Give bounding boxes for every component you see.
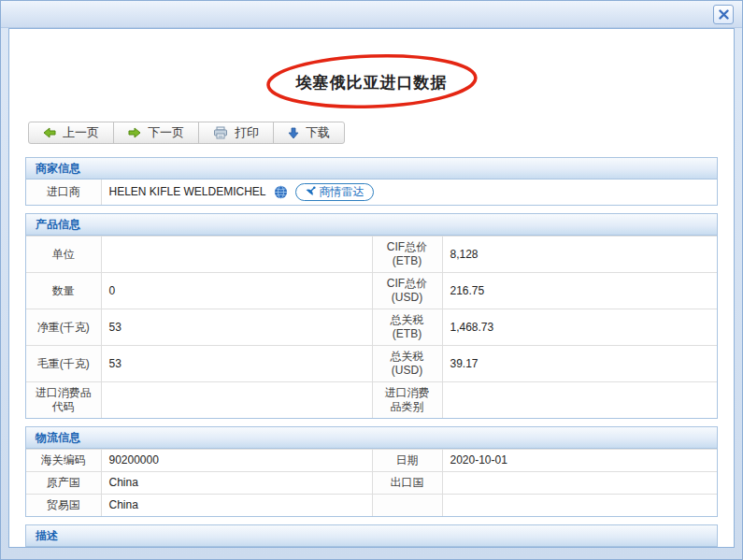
section-title-description: 描述 [26,525,717,547]
table-row: 净重(千克)53总关税(ETB)1,468.73 [26,309,717,346]
print-label: 打印 [235,124,259,141]
field-value [101,382,372,419]
field-value: 1,468.73 [442,309,717,346]
dialog-window: 埃塞俄比亚进口数据 上一页 下一页 [0,0,743,560]
section-logistics: 物流信息海关编码90200000日期2020-10-01原产国China出口国贸… [25,426,718,517]
table-row: 贸易国China [26,495,717,517]
page-title: 埃塞俄比亚进口数据 [296,72,448,93]
radar-button[interactable]: 商情雷达 [295,183,374,201]
field-label: 单位 [26,237,101,273]
field-value: 2020-10-01 [442,450,717,472]
table-row: 进口商 HELEN KIFLE WELDEMICHEL [26,179,717,205]
field-label: 进口商 [26,179,101,205]
field-value [442,472,717,495]
radar-icon [305,186,317,197]
arrow-left-icon [43,127,56,138]
field-label: 进口消费品类别 [372,382,442,419]
table-row: 编码描述Other breathing appliances and gas m… [26,548,717,549]
field-value: HELEN KIFLE WELDEMICHEL [101,179,717,205]
field-label: 总关税(USD) [372,346,442,382]
arrow-down-icon [288,127,299,139]
table-row: 数量0CIF总价(USD)216.75 [26,273,717,309]
prev-page-label: 上一页 [63,124,99,141]
dialog-content: 埃塞俄比亚进口数据 上一页 下一页 [8,28,735,548]
field-label: 出口国 [372,472,442,495]
table-row: 毛重(千克)53总关税(USD)39.17 [26,346,717,382]
field-value: 53 [101,346,372,382]
sections-container: 商家信息 进口商 HELEN KIFLE WELDEMICHEL [9,144,734,548]
dynamic-sections: 产品信息单位CIF总价(ETB)8,128数量0CIF总价(USD)216.75… [25,213,718,548]
field-label [372,495,442,517]
next-page-label: 下一页 [148,124,184,141]
radar-button-label: 商情雷达 [320,185,364,198]
download-button[interactable]: 下载 [273,122,345,144]
field-label: 总关税(ETB) [372,309,442,346]
logistics-table: 海关编码90200000日期2020-10-01原产国China出口国贸易国Ch… [26,449,717,516]
printer-icon [213,126,228,139]
next-page-button[interactable]: 下一页 [113,122,199,144]
product-table: 单位CIF总价(ETB)8,128数量0CIF总价(USD)216.75净重(千… [26,236,717,418]
field-value: 0 [101,273,372,309]
field-value: 53 [101,309,372,346]
print-button[interactable]: 打印 [198,122,274,144]
title-block: 埃塞俄比亚进口数据 [259,59,485,107]
download-label: 下载 [306,124,330,141]
section-title-logistics: 物流信息 [26,427,717,449]
field-label: 毛重(千克) [26,346,101,382]
dialog-titlebar [1,1,742,28]
field-value [442,382,717,419]
field-value: 39.17 [442,346,717,382]
table-row: 单位CIF总价(ETB)8,128 [26,237,717,273]
merchant-table: 进口商 HELEN KIFLE WELDEMICHEL [26,179,717,205]
close-button[interactable] [713,5,734,24]
field-value: China [101,472,372,495]
field-value: 216.75 [442,273,717,309]
field-label: CIF总价(USD) [372,273,442,309]
field-value [442,495,717,517]
prev-page-button[interactable]: 上一页 [28,122,114,144]
importer-name: HELEN KIFLE WELDEMICHEL [109,185,266,199]
field-label: 海关编码 [26,450,101,472]
field-label: 数量 [26,273,101,309]
field-label: 原产国 [26,472,101,495]
field-label: 贸易国 [26,495,101,517]
field-label: 进口消费品代码 [26,382,101,419]
table-row: 海关编码90200000日期2020-10-01 [26,450,717,472]
field-label: 编码描述 [26,548,101,549]
field-value: Other breathing appliances and gas masks… [101,548,717,549]
field-label: CIF总价(ETB) [372,237,442,273]
field-value: 90200000 [101,450,372,472]
arrow-right-icon [128,127,141,138]
toolbar: 上一页 下一页 打印 [28,122,345,144]
section-title-product: 产品信息 [26,214,717,236]
globe-icon[interactable] [274,185,288,199]
close-icon [719,9,729,20]
field-value [101,237,372,273]
section-title-merchant: 商家信息 [26,158,717,179]
description-table: 编码描述Other breathing appliances and gas m… [26,547,717,548]
table-row: 原产国China出口国 [26,472,717,495]
table-row: 进口消费品代码进口消费品类别 [26,382,717,419]
section-description: 描述编码描述Other breathing appliances and gas… [25,524,718,548]
field-value: 8,128 [442,237,717,273]
section-product: 产品信息单位CIF总价(ETB)8,128数量0CIF总价(USD)216.75… [25,213,718,419]
section-merchant: 商家信息 进口商 HELEN KIFLE WELDEMICHEL [25,157,718,206]
field-value: China [101,495,372,517]
field-label: 日期 [372,450,442,472]
field-label: 净重(千克) [26,309,101,346]
